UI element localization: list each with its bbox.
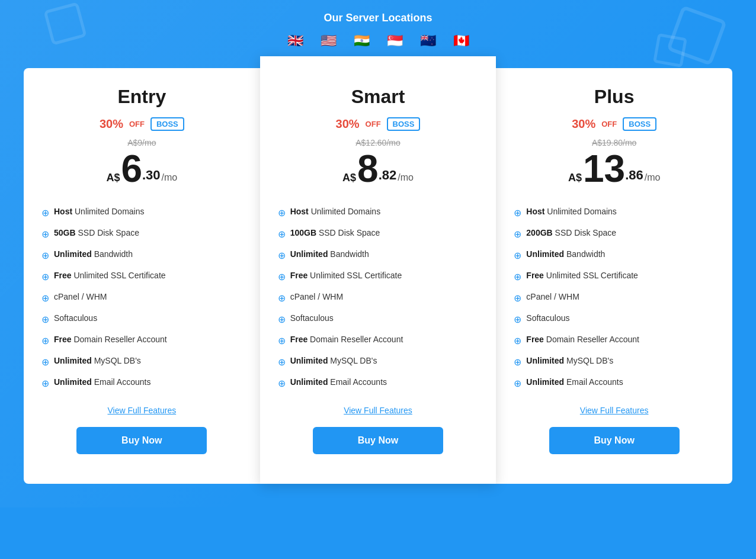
feature-item: ⊕ cPanel / WHM (41, 287, 242, 309)
view-features-link[interactable]: View Full Features (580, 406, 649, 415)
plan-card-entry: Entry 30% OFF BOSS A$9/mo A$ 6 .30 /mo ⊕… (24, 68, 260, 484)
feature-check-icon: ⊕ (278, 378, 286, 389)
feature-check-icon: ⊕ (514, 356, 521, 368)
discount-row: 30% OFF BOSS (100, 117, 184, 131)
feature-text: cPanel / WHM (290, 292, 343, 301)
feature-check-icon: ⊕ (41, 335, 49, 346)
feature-text: Unlimited MySQL DB's (54, 356, 141, 365)
server-locations-title: Our Server Locations (24, 12, 732, 24)
feature-text: Softaculous (526, 313, 569, 323)
features-list: ⊕ Host Unlimited Domains ⊕ 200GB SSD Dis… (514, 202, 715, 394)
feature-item: ⊕ 200GB SSD Disk Space (514, 223, 715, 245)
feature-item: ⊕ Free Domain Reseller Account (278, 330, 479, 351)
plan-name: Plus (594, 86, 635, 108)
feature-item: ⊕ Unlimited Email Accounts (514, 372, 715, 394)
plan-name: Entry (117, 86, 166, 108)
feature-text: Unlimited Email Accounts (290, 377, 387, 387)
feature-check-icon: ⊕ (41, 250, 49, 261)
feature-check-icon: ⊕ (514, 314, 521, 325)
feature-text: Free Domain Reseller Account (54, 335, 167, 344)
flag-sg: 🇸🇬 (380, 31, 409, 50)
feature-check-icon: ⊕ (278, 335, 286, 346)
buy-now-button[interactable]: Buy Now (313, 427, 443, 454)
feature-item: ⊕ Free Unlimited SSL Certificate (278, 266, 479, 287)
view-features-link[interactable]: View Full Features (344, 406, 412, 415)
plan-card-plus: Plus 30% OFF BOSS A$19.80/mo A$ 13 .86 /… (496, 68, 732, 484)
feature-text: 50GB SSD Disk Space (54, 228, 139, 237)
feature-text: Unlimited Bandwidth (290, 249, 369, 259)
feature-check-icon: ⊕ (41, 314, 49, 325)
feature-item: ⊕ Free Domain Reseller Account (41, 330, 242, 351)
feature-item: ⊕ Softaculous (514, 309, 715, 330)
feature-text: cPanel / WHM (54, 292, 107, 301)
price-currency: A$ (568, 172, 582, 184)
page-wrapper: Our Server Locations 🇬🇧 🇺🇸 🇮🇳 🇸🇬 🇳🇿 🇨🇦 E… (0, 0, 756, 507)
feature-text: Unlimited Bandwidth (54, 249, 133, 259)
feature-check-icon: ⊕ (514, 250, 521, 261)
feature-item: ⊕ 50GB SSD Disk Space (41, 223, 242, 245)
feature-text: Free Unlimited SSL Certificate (54, 271, 166, 280)
price-main: 6 (121, 150, 142, 188)
feature-item: ⊕ Unlimited MySQL DB's (514, 351, 715, 372)
feature-check-icon: ⊕ (514, 271, 521, 282)
feature-text: Softaculous (54, 313, 97, 323)
feature-check-icon: ⊕ (278, 207, 286, 219)
flag-ca: 🇨🇦 (447, 31, 475, 50)
feature-item: ⊕ Free Domain Reseller Account (514, 330, 715, 351)
features-list: ⊕ Host Unlimited Domains ⊕ 50GB SSD Disk… (41, 202, 242, 394)
feature-text: Free Domain Reseller Account (290, 335, 403, 344)
discount-percent: 30% (100, 117, 123, 131)
buy-now-button[interactable]: Buy Now (76, 427, 207, 454)
feature-text: Unlimited MySQL DB's (526, 356, 613, 365)
price-decimal: .86 (625, 168, 643, 183)
feature-item: ⊕ Host Unlimited Domains (278, 202, 479, 223)
original-price: A$19.80/mo (592, 138, 637, 147)
flags-row: 🇬🇧 🇺🇸 🇮🇳 🇸🇬 🇳🇿 🇨🇦 (24, 31, 732, 50)
feature-item: ⊕ Free Unlimited SSL Certificate (514, 266, 715, 287)
price-period: /mo (398, 172, 414, 183)
feature-text: Unlimited Email Accounts (526, 377, 623, 387)
feature-check-icon: ⊕ (514, 378, 521, 389)
boss-badge: BOSS (387, 117, 421, 131)
price-row: A$ 8 .82 /mo (342, 150, 414, 188)
price-period: /mo (162, 172, 178, 183)
buy-now-button[interactable]: Buy Now (549, 427, 680, 454)
view-features-link[interactable]: View Full Features (107, 406, 176, 415)
feature-text: Free Unlimited SSL Certificate (290, 271, 402, 280)
feature-check-icon: ⊕ (514, 207, 521, 219)
feature-text: Softaculous (290, 313, 334, 323)
flag-in: 🇮🇳 (347, 31, 376, 50)
feature-check-icon: ⊕ (278, 356, 286, 368)
feature-check-icon: ⊕ (514, 335, 521, 346)
feature-text: Unlimited Email Accounts (54, 377, 150, 387)
plans-grid: Entry 30% OFF BOSS A$9/mo A$ 6 .30 /mo ⊕… (24, 68, 732, 484)
flag-us: 🇺🇸 (314, 31, 342, 50)
price-decimal: .82 (379, 168, 397, 183)
flag-uk: 🇬🇧 (281, 31, 309, 50)
feature-check-icon: ⊕ (41, 356, 49, 368)
discount-percent: 30% (336, 117, 360, 131)
feature-item: ⊕ Unlimited MySQL DB's (41, 351, 242, 372)
feature-item: ⊕ Host Unlimited Domains (41, 202, 242, 223)
plan-card-smart: Smart 30% OFF BOSS A$12.60/mo A$ 8 .82 /… (260, 56, 496, 484)
feature-item: ⊕ Host Unlimited Domains (514, 202, 715, 223)
server-locations: Our Server Locations 🇬🇧 🇺🇸 🇮🇳 🇸🇬 🇳🇿 🇨🇦 (24, 12, 732, 50)
feature-check-icon: ⊕ (278, 250, 286, 261)
feature-text: Unlimited MySQL DB's (290, 356, 377, 365)
feature-item: ⊕ Unlimited Email Accounts (41, 372, 242, 394)
feature-item: ⊕ Softaculous (41, 309, 242, 330)
feature-item: ⊕ Unlimited Bandwidth (41, 245, 242, 266)
discount-row: 30% OFF BOSS (572, 117, 656, 131)
feature-text: Free Unlimited SSL Certificate (526, 271, 638, 280)
price-main: 13 (583, 150, 625, 188)
feature-text: Host Unlimited Domains (526, 207, 616, 216)
discount-percent: 30% (572, 117, 595, 131)
feature-item: ⊕ cPanel / WHM (278, 287, 479, 309)
feature-check-icon: ⊕ (41, 271, 49, 282)
price-decimal: .30 (142, 168, 161, 183)
feature-item: ⊕ Free Unlimited SSL Certificate (41, 266, 242, 287)
original-price: A$12.60/mo (355, 138, 401, 147)
feature-check-icon: ⊕ (41, 293, 49, 304)
discount-row: 30% OFF BOSS (336, 117, 421, 131)
feature-item: ⊕ Unlimited Bandwidth (514, 245, 715, 266)
